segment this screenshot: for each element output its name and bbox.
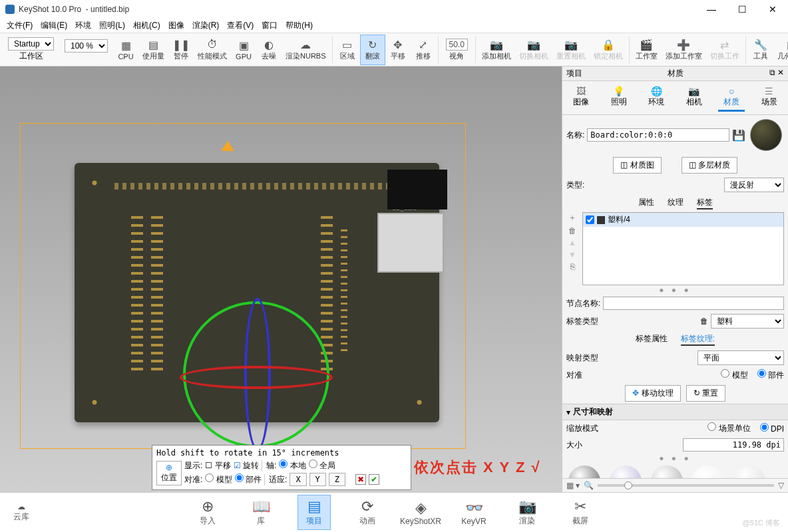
toolbar-视角[interactable]: 50.0视角: [441, 35, 473, 65]
label-tex-tab[interactable]: 标签纹理:: [681, 333, 715, 346]
resize-handle2-icon[interactable]: ● ● ●: [562, 454, 788, 463]
global-radio[interactable]: 全局: [309, 460, 335, 471]
duplicate-icon[interactable]: ⎘: [570, 262, 575, 271]
align-model-radio[interactable]: 模型: [205, 473, 232, 485]
thumb-zoom-slider[interactable]: [598, 484, 774, 487]
bottombar-导入[interactable]: ⊕导入: [191, 498, 224, 527]
maximize-button[interactable]: ☐: [727, 0, 757, 19]
grid-icon[interactable]: ▦ ▾: [566, 481, 580, 490]
toolbar-渲染NURBS[interactable]: ☁渲染NURBS: [282, 35, 330, 65]
gizmo-x-ring-icon[interactable]: [180, 366, 333, 389]
menu-item[interactable]: 照明(L): [95, 19, 129, 33]
local-radio[interactable]: 本地: [279, 460, 305, 471]
material-thumb[interactable]: User_Li...: [689, 466, 727, 478]
menu-item[interactable]: 编辑(E): [37, 19, 71, 33]
panel-tab-材质[interactable]: ○材质: [718, 84, 745, 112]
workspace-select[interactable]: Startup: [8, 37, 54, 51]
material-type-select[interactable]: 漫反射: [724, 178, 784, 192]
panel-undock-icon[interactable]: ⧉: [769, 68, 775, 79]
bottombar-库[interactable]: 📖库: [244, 498, 278, 527]
dpi-radio[interactable]: DPI: [760, 423, 784, 434]
panel-tab-场景[interactable]: ☰场景: [756, 84, 783, 112]
scene-unit-radio[interactable]: 场景单位: [707, 422, 750, 434]
selection-top-handle-icon[interactable]: [221, 141, 234, 151]
panel-tab-照明[interactable]: 💡照明: [606, 84, 632, 112]
panel-tab-环境[interactable]: 🌐环境: [643, 84, 670, 112]
labeltype-select[interactable]: 塑料: [711, 314, 784, 329]
menu-item[interactable]: 窗口: [258, 19, 282, 33]
panel-close-icon[interactable]: ✕: [777, 68, 784, 79]
label-prop-tab[interactable]: 标签属性: [636, 333, 668, 346]
move-texture-button[interactable]: ✥ 移动纹理: [625, 385, 680, 402]
section-toggle-icon[interactable]: ▾: [566, 408, 570, 417]
material-graph-button[interactable]: ◫ 材质图: [613, 157, 661, 174]
bottombar-KeyShotXR[interactable]: ◈KeyShotXR: [404, 499, 437, 526]
bottombar-项目[interactable]: ▤项目: [297, 495, 331, 530]
toolbar-翻滚[interactable]: ↻翻滚: [360, 35, 385, 65]
toolbar-CPU[interactable]: ▦CPU: [113, 35, 138, 65]
delete-label-icon[interactable]: 🗑: [568, 226, 576, 235]
close-button[interactable]: ✕: [757, 0, 788, 19]
cloud-library-button[interactable]: ☁ 云库: [13, 502, 29, 523]
material-thumb[interactable]: User_Li...: [565, 466, 604, 478]
toolbar-工具[interactable]: 🔧工具: [748, 35, 773, 65]
confirm-button[interactable]: ✔: [369, 474, 379, 485]
subtab-properties[interactable]: 属性: [638, 197, 654, 209]
cancel-button[interactable]: ✖: [355, 474, 366, 485]
toolbar-暂停[interactable]: ❚❚暂停: [168, 35, 194, 65]
align-model-radio2[interactable]: 模型: [721, 369, 747, 381]
multilayer-button[interactable]: ◫ 多层材质: [682, 157, 737, 174]
position-button[interactable]: ⊕ 位置: [156, 461, 182, 485]
subtab-textures[interactable]: 纹理: [668, 197, 684, 209]
nodename-input[interactable]: [603, 297, 784, 310]
add-label-icon[interactable]: ＋: [568, 212, 576, 223]
material-thumb[interactable]: User_Li...: [606, 466, 645, 478]
toolbar-平移[interactable]: ✥平移: [385, 35, 411, 65]
fit-x-button[interactable]: X: [290, 473, 306, 486]
translate-checkbox[interactable]: 平移: [205, 460, 230, 471]
toolbar-性能模式[interactable]: ⏱性能模式: [194, 35, 231, 65]
bottombar-渲染[interactable]: 📷渲染: [510, 498, 544, 527]
save-icon[interactable]: 💾: [732, 129, 745, 142]
material-name-input[interactable]: [587, 128, 729, 142]
subtab-labels[interactable]: 标签: [697, 197, 713, 209]
label-list-item[interactable]: 塑料/4: [583, 213, 783, 227]
fit-z-button[interactable]: Z: [329, 473, 345, 486]
resize-handle-icon[interactable]: ● ● ●: [562, 285, 788, 295]
move-down-icon[interactable]: ▼: [568, 250, 576, 259]
filter-icon[interactable]: ▽: [778, 481, 784, 490]
menu-item[interactable]: 文件(F): [3, 19, 37, 33]
menu-item[interactable]: 帮助(H): [282, 19, 317, 33]
toolbar-区域[interactable]: ▭区域: [335, 35, 360, 65]
menu-item[interactable]: 查看(V): [223, 19, 258, 33]
viewport[interactable]: Hold shift to rotate in 15° increments ⊕…: [0, 66, 562, 492]
menu-item[interactable]: 渲染(R): [188, 19, 224, 33]
pcb-board[interactable]: [75, 163, 439, 422]
toolbar-GPU[interactable]: ▣GPU: [231, 35, 256, 65]
bottombar-动画[interactable]: ⟳动画: [351, 498, 384, 527]
toolbar-去噪[interactable]: ◐去噪: [256, 35, 282, 65]
toolbar-几何视图[interactable]: ◧几何视图: [773, 35, 788, 65]
toolbar-使用量[interactable]: ▤使用量: [138, 35, 168, 65]
toolbar-添加工作室[interactable]: ➕添加工作室: [662, 35, 706, 65]
align-part-radio2[interactable]: 部件: [757, 369, 784, 381]
move-up-icon[interactable]: ▲: [568, 238, 576, 247]
bottombar-KeyVR[interactable]: 👓KeyVR: [457, 499, 491, 526]
material-thumb[interactable]: User_Li...: [730, 466, 769, 478]
menu-item[interactable]: 图像: [164, 19, 188, 33]
reset-button[interactable]: ↻ 重置: [686, 385, 725, 402]
fit-y-button[interactable]: Y: [309, 473, 326, 486]
bottombar-截屏[interactable]: ✂截屏: [564, 498, 597, 527]
zoom-select[interactable]: 100 %: [65, 39, 108, 53]
toolbar-工作室[interactable]: 🎬工作室: [632, 35, 662, 65]
label-list[interactable]: 塑料/4: [582, 212, 784, 285]
rotation-gizmo[interactable]: [178, 296, 337, 452]
material-thumb[interactable]: User_Li...: [648, 466, 686, 478]
minimize-button[interactable]: —: [696, 0, 727, 19]
toolbar-添加相机[interactable]: 📷添加相机: [478, 35, 515, 65]
label-visible-checkbox[interactable]: [586, 215, 594, 224]
material-library[interactable]: User_Li...User_Li...User_Li...User_Li...…: [562, 463, 788, 478]
menu-item[interactable]: 环境: [71, 19, 95, 33]
delete-labeltype-icon[interactable]: 🗑: [700, 317, 708, 326]
size-input[interactable]: [683, 438, 785, 452]
